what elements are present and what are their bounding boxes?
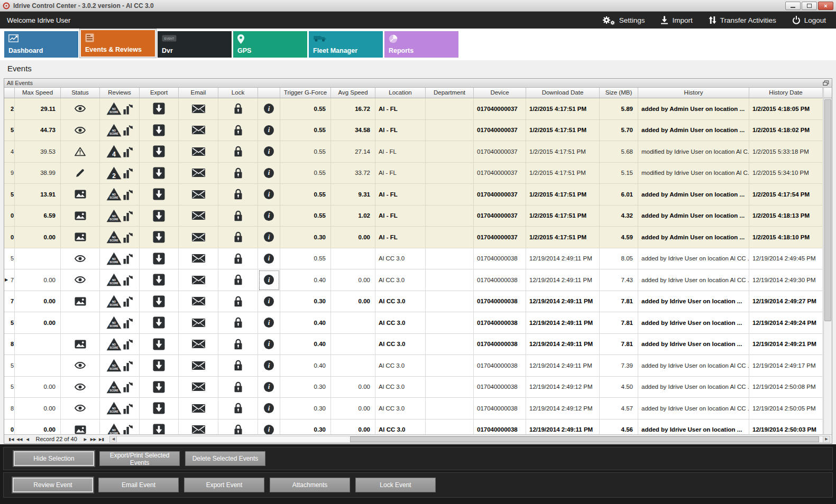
info-icon[interactable]: i (264, 254, 274, 264)
column-header-reviews[interactable]: Reviews (100, 88, 140, 98)
review-chart-icon[interactable] (123, 253, 133, 264)
export-icon[interactable] (153, 124, 165, 136)
review-score-icon[interactable]: NOSCORE (106, 423, 122, 434)
prev-record-button[interactable]: ◀ (24, 436, 32, 443)
review-score-icon[interactable]: NOSCORE (106, 252, 122, 265)
export-icon[interactable] (153, 381, 165, 393)
export-icon[interactable] (153, 359, 165, 371)
info-icon[interactable]: i (264, 211, 274, 221)
next-record-button[interactable]: ▶ (81, 436, 89, 443)
event-row[interactable]: ▶70.00NOSCOREi0.400.00Al CC 3.0017040000… (4, 269, 823, 291)
review-chart-icon[interactable] (123, 103, 133, 115)
review-chart-icon[interactable] (123, 146, 133, 157)
event-row[interactable]: 06.59NOSCOREi0.551.02Al - FL017040000037… (4, 206, 823, 227)
email-icon[interactable] (192, 382, 205, 391)
info-icon[interactable]: i (264, 296, 274, 306)
hide-selection-button[interactable]: Hide Selection (14, 451, 94, 466)
event-row[interactable]: 5NOSCOREi0.40Al CC 3.001704000003812/19/… (4, 355, 823, 377)
event-row[interactable]: 70.00NOSCOREi0.300.00Al CC 3.00170400000… (4, 291, 823, 313)
info-icon[interactable]: i (264, 382, 274, 392)
scroll-left-icon[interactable]: ◀ (109, 436, 117, 443)
review-score-icon[interactable]: NOSCORE (106, 230, 122, 244)
event-row[interactable]: 513.91NOSCOREi0.559.31Al - FL01704000003… (4, 184, 823, 206)
lock-icon[interactable] (234, 103, 243, 114)
lock-icon[interactable] (234, 167, 243, 179)
column-header-export[interactable]: Export (140, 88, 179, 98)
column-header-download-date[interactable]: Download Date (526, 88, 600, 98)
export-icon[interactable] (153, 210, 165, 222)
review-chart-icon[interactable] (123, 403, 133, 414)
scroll-right-icon[interactable]: ▶ (823, 436, 830, 443)
lock-icon[interactable] (234, 317, 243, 328)
review-chart-icon[interactable] (123, 381, 133, 393)
last-record-button[interactable]: ▶▮ (97, 436, 105, 443)
export-icon[interactable] (153, 274, 165, 286)
export-icon[interactable] (153, 316, 165, 329)
review-event-button[interactable]: Review Event (13, 478, 93, 492)
tab-dashboard[interactable]: Dashboard (4, 31, 78, 58)
minimize-icon[interactable] (785, 2, 801, 10)
vertical-scrollbar-track[interactable] (824, 98, 832, 434)
maximize-icon[interactable] (802, 2, 817, 10)
event-row[interactable]: 938.992i0.5533.72Al - FL0170400000371/2/… (4, 163, 823, 184)
delete-selected-events-button[interactable]: Delete Selected Events (185, 451, 265, 466)
info-icon[interactable]: i (264, 360, 274, 370)
menu-action-import[interactable]: Import (660, 16, 692, 24)
lock-icon[interactable] (234, 231, 243, 242)
review-chart-icon[interactable] (123, 231, 133, 243)
info-icon[interactable]: i (264, 339, 274, 349)
event-row[interactable]: 8NOSCOREi0.40Al CC 3.001704000003812/19/… (4, 334, 823, 356)
email-icon[interactable] (192, 361, 205, 370)
column-header-email[interactable]: Email (179, 88, 218, 98)
info-icon[interactable]: i (264, 168, 274, 178)
column-header-history-date[interactable]: History Date (749, 88, 823, 98)
event-row[interactable]: 439.534i0.5527.14Al - FL0170400000371/2/… (4, 141, 823, 163)
export-icon[interactable] (153, 167, 165, 179)
column-header-device[interactable]: Device (474, 88, 526, 98)
column-header-lock[interactable]: Lock (218, 88, 258, 98)
email-icon[interactable] (192, 404, 205, 413)
vertical-scrollbar[interactable] (823, 88, 832, 434)
export-icon[interactable] (153, 253, 165, 265)
export-icon[interactable] (153, 188, 165, 200)
event-row[interactable]: 50.00NOSCOREi0.40Al CC 3.001704000003812… (4, 312, 823, 334)
column-header-size-mb[interactable]: Size (MB) (600, 88, 638, 98)
horizontal-scrollbar-track[interactable] (117, 436, 823, 443)
lock-icon[interactable] (234, 339, 243, 350)
column-header-status[interactable]: Status (61, 88, 100, 98)
email-event-button[interactable]: Email Event (98, 478, 179, 492)
info-icon[interactable]: i (264, 125, 274, 135)
event-row[interactable]: 544.73NOSCOREi0.5534.58Al - FL0170400000… (4, 120, 823, 142)
export-icon[interactable] (153, 424, 165, 434)
export-icon[interactable] (153, 338, 165, 350)
review-score-icon[interactable]: 2 (106, 166, 122, 180)
review-chart-icon[interactable] (123, 424, 133, 434)
review-chart-icon[interactable] (123, 210, 133, 221)
review-score-icon[interactable]: NOSCORE (106, 102, 122, 115)
info-icon[interactable]: i (264, 425, 274, 434)
first-record-button[interactable]: ▮◀ (7, 436, 15, 443)
column-header-max-speed[interactable]: Max Speed (15, 88, 61, 98)
lock-icon[interactable] (234, 274, 243, 285)
review-score-icon[interactable]: 4 (106, 145, 122, 158)
lock-icon[interactable] (234, 381, 243, 393)
email-icon[interactable] (192, 233, 205, 241)
lock-event-button[interactable]: Lock Event (355, 478, 436, 492)
menu-action-transfer-activities[interactable]: Transfer Activities (709, 16, 776, 24)
email-icon[interactable] (192, 276, 205, 284)
lock-icon[interactable] (234, 360, 243, 371)
email-icon[interactable] (192, 297, 205, 305)
lock-icon[interactable] (234, 296, 243, 307)
review-score-icon[interactable]: NOSCORE (106, 295, 122, 308)
export-icon[interactable] (153, 295, 165, 307)
email-icon[interactable] (192, 340, 205, 348)
column-header-history[interactable]: History (638, 88, 749, 98)
review-chart-icon[interactable] (123, 317, 133, 329)
review-chart-icon[interactable] (123, 295, 133, 307)
export-icon[interactable] (153, 231, 165, 243)
info-icon[interactable]: i (264, 403, 274, 413)
email-icon[interactable] (192, 425, 205, 434)
email-icon[interactable] (192, 190, 205, 199)
review-score-icon[interactable]: NOSCORE (106, 124, 122, 137)
lock-icon[interactable] (234, 210, 243, 221)
